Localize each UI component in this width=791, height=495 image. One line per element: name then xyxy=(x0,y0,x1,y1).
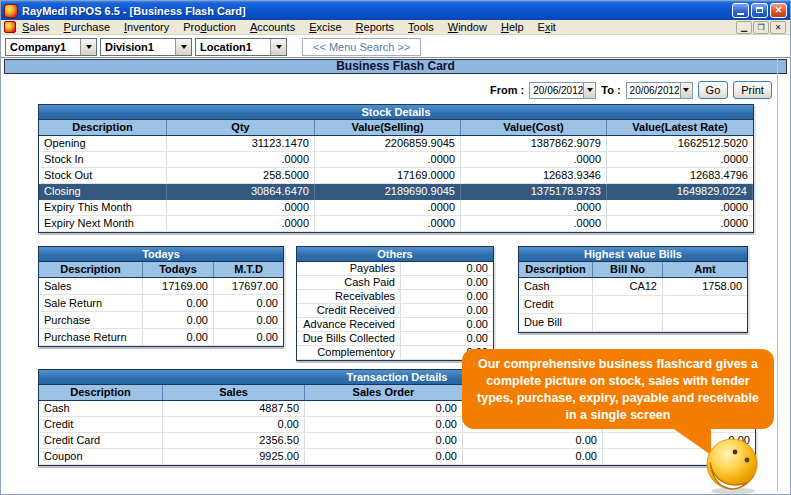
cell-value: .0000 xyxy=(607,200,753,216)
column-header: Sales Order xyxy=(305,385,463,400)
cell-value: 0.00 xyxy=(463,449,603,465)
cell-value: 1375178.9733 xyxy=(461,184,607,200)
table-row[interactable]: Cash Paid0.00 xyxy=(297,276,493,290)
from-date-select[interactable]: 20/06/2012 xyxy=(529,82,596,99)
table-row[interactable]: Stock In.0000.0000.0000.0000 xyxy=(39,152,753,168)
table-row[interactable]: Expiry Next Month.0000.0000.0000.0000 xyxy=(39,216,753,232)
stock-details-table: Stock DetailsDescriptionQtyValue(Selling… xyxy=(38,104,754,233)
menu-bar: SalesPurchaseInventoryProductionAccounts… xyxy=(1,20,790,35)
table-row[interactable]: Stock Out258.500017169.000012683.9346126… xyxy=(39,168,753,184)
mdi-restore-icon[interactable]: ❐ xyxy=(753,21,769,34)
go-button[interactable]: Go xyxy=(698,81,729,99)
print-button[interactable]: Print xyxy=(733,81,772,99)
chevron-down-icon[interactable] xyxy=(583,83,595,98)
table-row[interactable]: Closing30864.64702189690.90451375178.973… xyxy=(39,184,753,200)
chevron-down-icon[interactable] xyxy=(175,39,191,55)
menu-item-reports[interactable]: Reports xyxy=(356,21,395,33)
menu-item-production[interactable]: Production xyxy=(183,21,236,33)
location-select[interactable]: Location1 xyxy=(195,38,287,56)
close-button[interactable]: ✕ xyxy=(770,3,787,18)
row-label: Expiry Next Month xyxy=(39,216,167,232)
chevron-down-icon[interactable] xyxy=(270,39,286,55)
cell-value: 0.00 xyxy=(305,417,463,433)
table-row[interactable]: Receivables0.00 xyxy=(297,290,493,304)
menu-item-window[interactable]: Window xyxy=(448,21,487,33)
callout-text: Our comprehensive business flashcard giv… xyxy=(477,357,759,422)
menu-item-sales[interactable]: Sales xyxy=(22,21,50,33)
row-label: Expiry This Month xyxy=(39,200,167,216)
table-row[interactable]: Purchase0.000.00 xyxy=(39,312,283,329)
row-label: Stock In xyxy=(39,152,167,168)
cell-value: 31123.1470 xyxy=(167,136,315,152)
table-row[interactable]: Credit Card2356.500.000.000.00 xyxy=(39,433,755,449)
table-row[interactable]: Purchase Return0.000.00 xyxy=(39,329,283,346)
window-title: RayMedi RPOS 6.5 - [Business Flash Card] xyxy=(22,5,246,17)
mdi-minimize-icon[interactable]: ▁ xyxy=(736,21,752,34)
row-label: Cash xyxy=(519,278,593,296)
column-header: Bill No xyxy=(593,262,663,277)
table-row[interactable]: Coupon9925.000.000.000.00 xyxy=(39,449,755,465)
table-title: Others xyxy=(297,247,493,262)
minimize-button[interactable] xyxy=(732,3,749,18)
cell-value: CA12 xyxy=(593,278,663,296)
table-row[interactable]: Advance Received0.00 xyxy=(297,318,493,332)
main-menu: SalesPurchaseInventoryProductionAccounts… xyxy=(22,21,556,33)
date-filter-row: From : 20/06/2012 To : 20/06/2012 Go Pri… xyxy=(490,81,772,99)
menu-item-accounts[interactable]: Accounts xyxy=(250,21,295,33)
table-header-row: DescriptionBill NoAmt xyxy=(519,262,747,278)
cell-value: .0000 xyxy=(607,216,753,232)
table-row[interactable]: Expiry This Month.0000.0000.0000.0000 xyxy=(39,200,753,216)
row-label: Receivables xyxy=(297,290,401,304)
cell-value: 17169.0000 xyxy=(315,168,461,184)
to-date-select[interactable]: 20/06/2012 xyxy=(626,82,693,99)
table-row[interactable]: Credit Received0.00 xyxy=(297,304,493,318)
table-row[interactable]: Due Bill xyxy=(519,314,747,332)
title-bar: RayMedi RPOS 6.5 - [Business Flash Card]… xyxy=(1,1,790,20)
cell-value: 0.00 xyxy=(143,329,214,346)
app-logo-icon xyxy=(4,4,18,18)
table-row[interactable]: Due Bills Collected0.00 xyxy=(297,332,493,346)
row-label: Sales xyxy=(39,278,143,295)
row-label: Sale Return xyxy=(39,295,143,312)
menu-item-help[interactable]: Help xyxy=(501,21,524,33)
cell-value: 0.00 xyxy=(305,401,463,417)
table-row[interactable]: CashCA121758.00 xyxy=(519,278,747,296)
company-select[interactable]: Company1 xyxy=(5,38,97,56)
table-row[interactable]: Credit xyxy=(519,296,747,314)
cell-value: 0.00 xyxy=(401,318,493,332)
division-select[interactable]: Division1 xyxy=(100,38,192,56)
menu-item-excise[interactable]: Excise xyxy=(309,21,341,33)
row-label: Stock Out xyxy=(39,168,167,184)
page-title: Business Flash Card xyxy=(4,59,787,74)
cell-value: 0.00 xyxy=(463,433,603,449)
table-row[interactable]: Payables0.00 xyxy=(297,262,493,276)
cell-value: 0.00 xyxy=(401,276,493,290)
menu-item-purchase[interactable]: Purchase xyxy=(64,21,110,33)
menu-item-tools[interactable]: Tools xyxy=(408,21,434,33)
cell-value: 0.00 xyxy=(305,433,463,449)
row-label: Credit Received xyxy=(297,304,401,318)
cell-value: .0000 xyxy=(461,152,607,168)
chevron-down-icon[interactable] xyxy=(80,39,96,55)
row-label: Cash xyxy=(39,401,163,417)
restore-button[interactable] xyxy=(751,3,768,18)
column-header: Description xyxy=(39,262,143,277)
table-row[interactable]: Opening31123.14702206859.90451387862.907… xyxy=(39,136,753,152)
column-header: Description xyxy=(39,120,167,135)
row-label: Advance Received xyxy=(297,318,401,332)
row-label: Credit xyxy=(519,296,593,314)
cell-value xyxy=(663,314,747,332)
menu-search-button[interactable]: << Menu Search >> xyxy=(302,38,421,56)
menu-item-inventory[interactable]: Inventory xyxy=(124,21,169,33)
cell-value: 0.00 xyxy=(143,295,214,312)
cell-value: 258.5000 xyxy=(167,168,315,184)
mdi-close-icon[interactable]: ✕ xyxy=(770,21,786,34)
row-label: Coupon xyxy=(39,449,163,465)
menu-item-exit[interactable]: Exit xyxy=(538,21,556,33)
table-row[interactable]: Sale Return0.000.00 xyxy=(39,295,283,312)
cell-value: .0000 xyxy=(315,200,461,216)
column-header: Description xyxy=(39,385,163,400)
table-header-row: DescriptionQtyValue(Selling)Value(Cost)V… xyxy=(39,120,753,136)
table-row[interactable]: Sales17169.0017697.00 xyxy=(39,278,283,295)
chevron-down-icon[interactable] xyxy=(680,83,692,98)
